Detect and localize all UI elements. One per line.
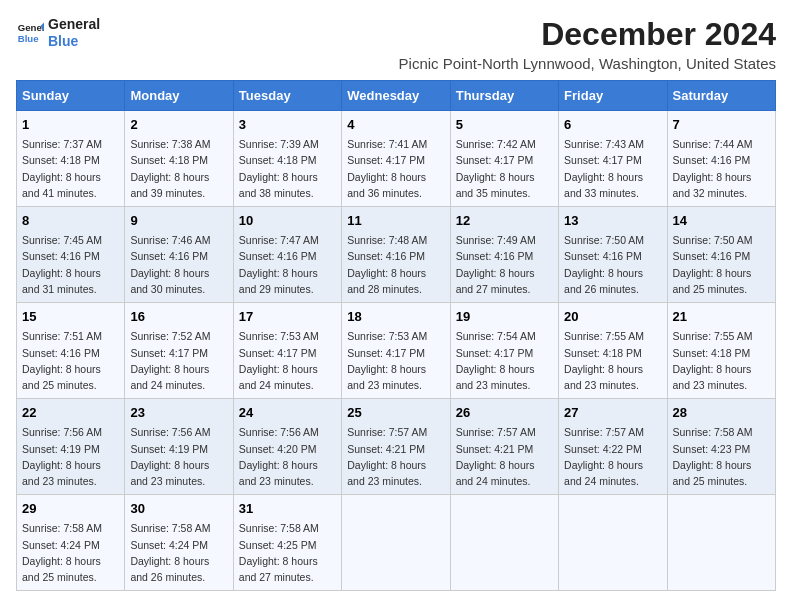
calendar-cell: 11 Sunrise: 7:48 AM Sunset: 4:16 PM Dayl… <box>342 207 450 303</box>
day-info: Sunrise: 7:48 AM Sunset: 4:16 PM Dayligh… <box>347 234 427 295</box>
day-info: Sunrise: 7:56 AM Sunset: 4:19 PM Dayligh… <box>130 426 210 487</box>
day-number: 7 <box>673 116 770 134</box>
day-info: Sunrise: 7:45 AM Sunset: 4:16 PM Dayligh… <box>22 234 102 295</box>
day-info: Sunrise: 7:38 AM Sunset: 4:18 PM Dayligh… <box>130 138 210 199</box>
calendar-cell: 26 Sunrise: 7:57 AM Sunset: 4:21 PM Dayl… <box>450 399 558 495</box>
day-number: 21 <box>673 308 770 326</box>
logo-icon: General Blue <box>16 19 44 47</box>
logo-line2: Blue <box>48 33 100 50</box>
day-number: 5 <box>456 116 553 134</box>
day-number: 20 <box>564 308 661 326</box>
day-number: 1 <box>22 116 119 134</box>
calendar-cell: 2 Sunrise: 7:38 AM Sunset: 4:18 PM Dayli… <box>125 111 233 207</box>
calendar-cell: 14 Sunrise: 7:50 AM Sunset: 4:16 PM Dayl… <box>667 207 775 303</box>
logo-text: General Blue <box>48 16 100 50</box>
day-number: 11 <box>347 212 444 230</box>
svg-text:General: General <box>18 22 44 33</box>
calendar-week-4: 22 Sunrise: 7:56 AM Sunset: 4:19 PM Dayl… <box>17 399 776 495</box>
day-info: Sunrise: 7:58 AM Sunset: 4:25 PM Dayligh… <box>239 522 319 583</box>
page-header: General Blue General Blue December 2024 … <box>16 16 776 72</box>
day-info: Sunrise: 7:43 AM Sunset: 4:17 PM Dayligh… <box>564 138 644 199</box>
calendar-header-row: SundayMondayTuesdayWednesdayThursdayFrid… <box>17 81 776 111</box>
day-number: 8 <box>22 212 119 230</box>
day-info: Sunrise: 7:58 AM Sunset: 4:23 PM Dayligh… <box>673 426 753 487</box>
calendar-cell: 16 Sunrise: 7:52 AM Sunset: 4:17 PM Dayl… <box>125 303 233 399</box>
subtitle: Picnic Point-North Lynnwood, Washington,… <box>399 55 776 72</box>
day-number: 16 <box>130 308 227 326</box>
column-header-friday: Friday <box>559 81 667 111</box>
day-number: 19 <box>456 308 553 326</box>
svg-text:Blue: Blue <box>18 33 39 44</box>
calendar-cell: 31 Sunrise: 7:58 AM Sunset: 4:25 PM Dayl… <box>233 495 341 591</box>
day-info: Sunrise: 7:56 AM Sunset: 4:19 PM Dayligh… <box>22 426 102 487</box>
main-title: December 2024 <box>399 16 776 53</box>
day-number: 2 <box>130 116 227 134</box>
day-info: Sunrise: 7:53 AM Sunset: 4:17 PM Dayligh… <box>347 330 427 391</box>
calendar-cell: 20 Sunrise: 7:55 AM Sunset: 4:18 PM Dayl… <box>559 303 667 399</box>
day-number: 14 <box>673 212 770 230</box>
calendar-cell: 13 Sunrise: 7:50 AM Sunset: 4:16 PM Dayl… <box>559 207 667 303</box>
day-info: Sunrise: 7:46 AM Sunset: 4:16 PM Dayligh… <box>130 234 210 295</box>
day-number: 15 <box>22 308 119 326</box>
day-info: Sunrise: 7:37 AM Sunset: 4:18 PM Dayligh… <box>22 138 102 199</box>
column-header-thursday: Thursday <box>450 81 558 111</box>
day-info: Sunrise: 7:55 AM Sunset: 4:18 PM Dayligh… <box>564 330 644 391</box>
calendar-body: 1 Sunrise: 7:37 AM Sunset: 4:18 PM Dayli… <box>17 111 776 591</box>
day-number: 27 <box>564 404 661 422</box>
calendar-cell: 9 Sunrise: 7:46 AM Sunset: 4:16 PM Dayli… <box>125 207 233 303</box>
day-number: 6 <box>564 116 661 134</box>
calendar-cell: 22 Sunrise: 7:56 AM Sunset: 4:19 PM Dayl… <box>17 399 125 495</box>
column-header-tuesday: Tuesday <box>233 81 341 111</box>
title-block: December 2024 Picnic Point-North Lynnwoo… <box>399 16 776 72</box>
column-header-wednesday: Wednesday <box>342 81 450 111</box>
calendar-cell: 27 Sunrise: 7:57 AM Sunset: 4:22 PM Dayl… <box>559 399 667 495</box>
day-number: 10 <box>239 212 336 230</box>
calendar-cell: 6 Sunrise: 7:43 AM Sunset: 4:17 PM Dayli… <box>559 111 667 207</box>
day-info: Sunrise: 7:52 AM Sunset: 4:17 PM Dayligh… <box>130 330 210 391</box>
calendar-week-1: 1 Sunrise: 7:37 AM Sunset: 4:18 PM Dayli… <box>17 111 776 207</box>
day-info: Sunrise: 7:57 AM Sunset: 4:21 PM Dayligh… <box>456 426 536 487</box>
calendar-cell: 5 Sunrise: 7:42 AM Sunset: 4:17 PM Dayli… <box>450 111 558 207</box>
day-number: 3 <box>239 116 336 134</box>
calendar-cell: 18 Sunrise: 7:53 AM Sunset: 4:17 PM Dayl… <box>342 303 450 399</box>
calendar-week-5: 29 Sunrise: 7:58 AM Sunset: 4:24 PM Dayl… <box>17 495 776 591</box>
day-info: Sunrise: 7:58 AM Sunset: 4:24 PM Dayligh… <box>130 522 210 583</box>
day-info: Sunrise: 7:53 AM Sunset: 4:17 PM Dayligh… <box>239 330 319 391</box>
day-number: 29 <box>22 500 119 518</box>
day-info: Sunrise: 7:47 AM Sunset: 4:16 PM Dayligh… <box>239 234 319 295</box>
calendar-cell: 19 Sunrise: 7:54 AM Sunset: 4:17 PM Dayl… <box>450 303 558 399</box>
calendar-cell <box>667 495 775 591</box>
calendar-cell: 4 Sunrise: 7:41 AM Sunset: 4:17 PM Dayli… <box>342 111 450 207</box>
day-info: Sunrise: 7:51 AM Sunset: 4:16 PM Dayligh… <box>22 330 102 391</box>
day-info: Sunrise: 7:56 AM Sunset: 4:20 PM Dayligh… <box>239 426 319 487</box>
day-info: Sunrise: 7:42 AM Sunset: 4:17 PM Dayligh… <box>456 138 536 199</box>
calendar-cell <box>450 495 558 591</box>
day-info: Sunrise: 7:57 AM Sunset: 4:21 PM Dayligh… <box>347 426 427 487</box>
column-header-sunday: Sunday <box>17 81 125 111</box>
day-number: 9 <box>130 212 227 230</box>
logo-line1: General <box>48 16 100 33</box>
day-info: Sunrise: 7:55 AM Sunset: 4:18 PM Dayligh… <box>673 330 753 391</box>
day-number: 12 <box>456 212 553 230</box>
day-info: Sunrise: 7:58 AM Sunset: 4:24 PM Dayligh… <box>22 522 102 583</box>
day-info: Sunrise: 7:50 AM Sunset: 4:16 PM Dayligh… <box>564 234 644 295</box>
day-number: 28 <box>673 404 770 422</box>
day-info: Sunrise: 7:41 AM Sunset: 4:17 PM Dayligh… <box>347 138 427 199</box>
calendar-cell: 30 Sunrise: 7:58 AM Sunset: 4:24 PM Dayl… <box>125 495 233 591</box>
day-number: 26 <box>456 404 553 422</box>
calendar-cell: 28 Sunrise: 7:58 AM Sunset: 4:23 PM Dayl… <box>667 399 775 495</box>
day-info: Sunrise: 7:44 AM Sunset: 4:16 PM Dayligh… <box>673 138 753 199</box>
logo: General Blue General Blue <box>16 16 100 50</box>
day-number: 13 <box>564 212 661 230</box>
day-number: 23 <box>130 404 227 422</box>
calendar-cell: 29 Sunrise: 7:58 AM Sunset: 4:24 PM Dayl… <box>17 495 125 591</box>
calendar-cell: 15 Sunrise: 7:51 AM Sunset: 4:16 PM Dayl… <box>17 303 125 399</box>
calendar-cell: 21 Sunrise: 7:55 AM Sunset: 4:18 PM Dayl… <box>667 303 775 399</box>
calendar-cell: 7 Sunrise: 7:44 AM Sunset: 4:16 PM Dayli… <box>667 111 775 207</box>
calendar-cell: 8 Sunrise: 7:45 AM Sunset: 4:16 PM Dayli… <box>17 207 125 303</box>
calendar-week-2: 8 Sunrise: 7:45 AM Sunset: 4:16 PM Dayli… <box>17 207 776 303</box>
day-number: 4 <box>347 116 444 134</box>
day-number: 24 <box>239 404 336 422</box>
day-number: 31 <box>239 500 336 518</box>
calendar-cell: 3 Sunrise: 7:39 AM Sunset: 4:18 PM Dayli… <box>233 111 341 207</box>
